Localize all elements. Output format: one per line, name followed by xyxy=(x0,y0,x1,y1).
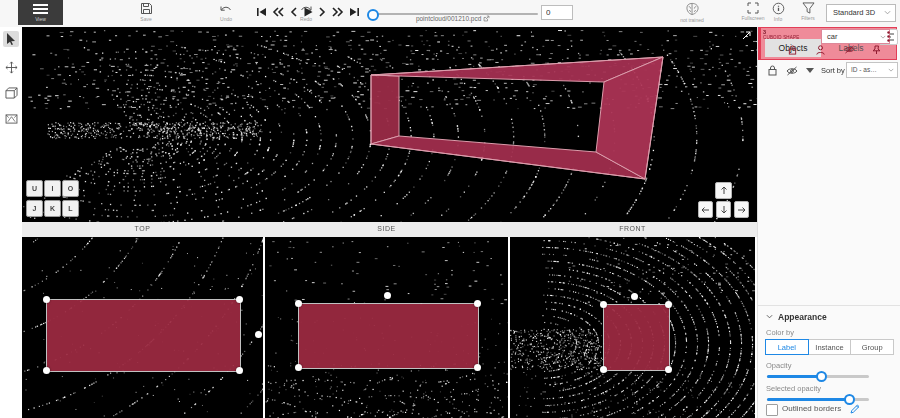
cursor-icon xyxy=(6,33,16,45)
rotate-handle[interactable] xyxy=(631,293,638,300)
resize-handle[interactable] xyxy=(665,366,672,373)
top-view-panel[interactable] xyxy=(22,237,263,418)
object-meta: 3 CUBOID SHAPE xyxy=(763,29,799,40)
outlined-borders-edit-button[interactable] xyxy=(850,404,860,414)
main-menu-button[interactable]: View xyxy=(18,0,63,25)
person-icon xyxy=(816,45,825,55)
skip-last-button[interactable] xyxy=(348,6,363,21)
collapse-all-button[interactable] xyxy=(806,68,814,73)
skip-first-button[interactable] xyxy=(256,6,271,21)
lock-all-button[interactable] xyxy=(768,65,777,76)
info-icon xyxy=(763,2,793,15)
opacity-slider[interactable] xyxy=(767,375,869,378)
object-pin-button[interactable] xyxy=(872,45,881,55)
object-assignee-button[interactable] xyxy=(816,45,825,55)
opacity-slider-handle[interactable] xyxy=(816,371,827,382)
resize-handle[interactable] xyxy=(236,367,243,374)
outlined-borders-checkbox[interactable] xyxy=(766,404,778,416)
frustum-tool-button[interactable] xyxy=(3,111,19,127)
color-by-segmented: Label Instance Group xyxy=(765,339,894,355)
menu-label: View xyxy=(18,16,63,22)
color-by-label-option[interactable]: Label xyxy=(765,339,809,355)
view-mode-select[interactable]: Standard 3D xyxy=(826,4,896,22)
undo-icon xyxy=(208,2,244,15)
right-panel: Objects Labels Sort by ID - as… 3 CUBOID… xyxy=(757,27,900,418)
resize-handle[interactable] xyxy=(474,364,481,371)
view-label-strip: TOP SIDE FRONT xyxy=(22,222,757,237)
arrow-down-button[interactable] xyxy=(716,201,731,218)
top-view-label: TOP xyxy=(22,225,263,232)
hotkey-l[interactable]: L xyxy=(62,200,79,217)
object-visibility-button[interactable] xyxy=(844,45,855,54)
hotkey-i[interactable]: I xyxy=(44,180,61,197)
object-type: CUBOID SHAPE xyxy=(763,35,799,40)
resize-handle[interactable] xyxy=(236,296,243,303)
selected-opacity-slider[interactable] xyxy=(767,398,869,401)
front-view-annotation[interactable] xyxy=(603,304,670,371)
hotkey-o[interactable]: O xyxy=(62,180,79,197)
chevron-down-icon xyxy=(766,314,773,319)
front-view-label: FRONT xyxy=(510,225,755,232)
outlined-borders-label: Outlined borders xyxy=(782,404,841,413)
object-class-select[interactable]: car xyxy=(821,29,890,44)
info-button[interactable]: Info xyxy=(763,2,793,22)
sort-select[interactable]: ID - as… xyxy=(846,62,898,78)
arrow-up-button[interactable] xyxy=(715,182,732,199)
link-icon xyxy=(483,15,490,22)
color-by-label: Color by xyxy=(766,328,794,337)
cuboid-tool-button[interactable] xyxy=(3,85,19,101)
resize-handle[interactable] xyxy=(665,301,672,308)
resize-handle[interactable] xyxy=(295,364,302,371)
lock-icon xyxy=(768,65,777,76)
lock-icon xyxy=(788,45,797,55)
front-view-panel[interactable] xyxy=(510,237,755,418)
opacity-label: Opacity xyxy=(766,361,791,370)
rotate-handle[interactable] xyxy=(255,331,262,338)
hotkey-u[interactable]: U xyxy=(26,180,43,197)
save-button[interactable]: Save xyxy=(128,2,164,22)
frame-number-input[interactable] xyxy=(541,5,573,20)
brain-icon xyxy=(672,2,712,16)
resize-handle[interactable] xyxy=(295,300,302,307)
main-3d-view[interactable]: U I O J K L xyxy=(22,27,757,222)
resize-handle[interactable] xyxy=(474,300,481,307)
play-button[interactable] xyxy=(302,6,317,21)
filters-button[interactable]: Filters xyxy=(793,2,823,21)
resize-handle[interactable] xyxy=(43,296,50,303)
hide-all-button[interactable] xyxy=(786,66,798,76)
left-tool-rail xyxy=(0,27,22,418)
select-tool-button[interactable] xyxy=(3,31,19,47)
filter-icon xyxy=(793,2,823,14)
color-by-instance-option[interactable]: Instance xyxy=(809,339,852,355)
top-view-annotation[interactable] xyxy=(46,299,241,372)
resize-handle[interactable] xyxy=(600,366,607,373)
sort-by-label: Sort by xyxy=(821,66,845,75)
collapse-appearance-button[interactable] xyxy=(766,314,773,319)
model-status-button[interactable]: not trained xyxy=(672,2,712,23)
hotkey-k[interactable]: K xyxy=(44,200,61,217)
rotate-handle[interactable] xyxy=(384,292,391,299)
selected-opacity-slider-fill xyxy=(767,398,849,401)
fast-forward-button[interactable] xyxy=(331,6,346,21)
save-icon xyxy=(128,2,164,15)
object-menu-button[interactable] xyxy=(887,31,890,42)
expand-view-icon[interactable] xyxy=(742,31,751,40)
color-by-group-option[interactable]: Group xyxy=(851,339,894,355)
hotkey-j[interactable]: J xyxy=(26,200,43,217)
appearance-section: Appearance Color by Label Instance Group… xyxy=(758,305,900,418)
side-view-panel[interactable] xyxy=(265,237,508,418)
arrow-right-button[interactable] xyxy=(734,201,749,218)
rewind-button[interactable] xyxy=(272,6,287,21)
pin-icon xyxy=(872,45,881,55)
move-icon xyxy=(5,61,18,74)
arrow-left-button[interactable] xyxy=(698,201,713,218)
resize-handle[interactable] xyxy=(43,367,50,374)
side-view-annotation[interactable] xyxy=(298,303,479,369)
resize-handle[interactable] xyxy=(600,301,607,308)
move-tool-button[interactable] xyxy=(3,59,19,75)
cuboid-annotation[interactable] xyxy=(22,27,757,222)
object-lock-button[interactable] xyxy=(788,45,797,55)
opacity-slider-fill xyxy=(767,375,821,378)
frustum-icon xyxy=(5,114,18,124)
undo-button[interactable]: Undo xyxy=(208,2,244,22)
